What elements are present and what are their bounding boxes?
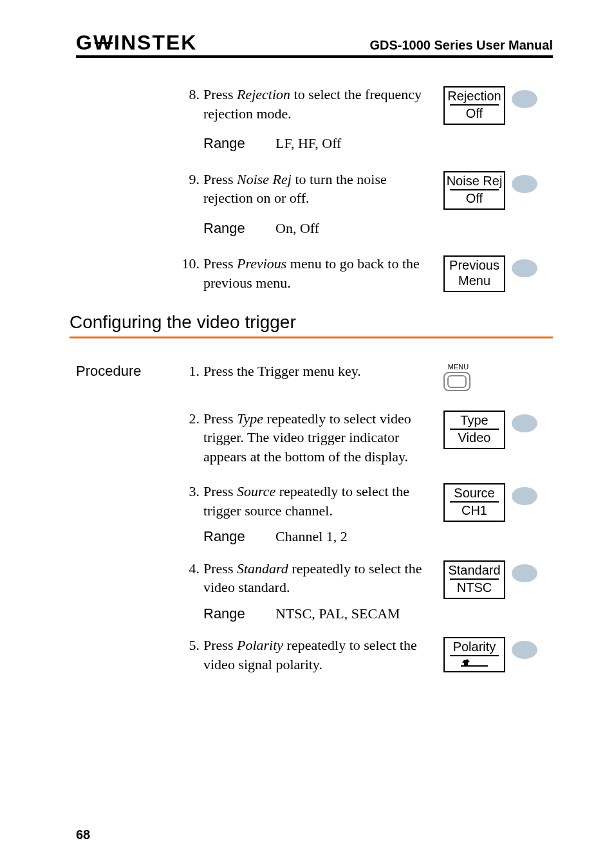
proc-2-number: 2. xyxy=(179,409,203,466)
proc-step-3: 3. Press Source repeatedly to select the… xyxy=(76,482,553,522)
softkey-previous-line2: Menu xyxy=(445,273,504,288)
button-dot-icon xyxy=(512,641,537,659)
softkey-polarity-icon xyxy=(450,655,499,669)
range-value: NTSC, PAL, SECAM xyxy=(275,604,400,623)
softkey-standard-line2: NTSC xyxy=(450,578,499,595)
proc-1-number: 1. xyxy=(179,362,203,381)
softkey-noise-rej[interactable]: Noise Rej Off xyxy=(443,171,505,210)
softkey-type-line1: Type xyxy=(445,413,504,429)
step-10-text: Press Previous menu to go back to the pr… xyxy=(203,254,443,292)
proc-step-4: 4. Press Standard repeatedly to select t… xyxy=(76,559,553,599)
step-10-number: 10. xyxy=(179,254,203,292)
proc-step-3-range: Range Channel 1, 2 xyxy=(76,524,553,557)
button-dot-icon xyxy=(512,259,537,277)
section-title: Configuring the video trigger xyxy=(70,312,553,333)
button-dot-icon xyxy=(512,564,537,582)
step-8-body: 8. Press Rejection to select the frequen… xyxy=(179,85,443,123)
proc-4-text: Press Standard repeatedly to select the … xyxy=(203,559,443,597)
range-label: Range xyxy=(203,527,275,546)
procedure-label: Procedure xyxy=(76,362,179,380)
step-8-text: Press Rejection to select the frequency … xyxy=(203,85,443,123)
step-9-text: Press Noise Rej to turn the noise reject… xyxy=(203,170,443,208)
range-label: Range xyxy=(203,134,275,153)
left-label xyxy=(76,85,179,86)
button-dot-icon xyxy=(512,487,537,505)
proc-5-number: 5. xyxy=(179,636,203,674)
page-number: 68 xyxy=(76,827,90,842)
softkey-rejection[interactable]: Rejection Off xyxy=(443,86,505,125)
softkey-type-line2: Video xyxy=(450,429,499,445)
softkey-noise-rej-line2: Off xyxy=(450,189,499,206)
softkey-previous-line1: Previous xyxy=(445,258,504,273)
softkey-rejection-line1: Rejection xyxy=(445,89,504,104)
page-header: GWINSTEK GDS-1000 Series User Manual xyxy=(76,32,553,58)
brand-logo: GWINSTEK xyxy=(76,32,197,53)
softkey-standard-line1: Standard xyxy=(445,563,504,578)
brand-rest: INSTEK xyxy=(114,31,197,54)
softkey-previous-menu[interactable]: Previous Menu xyxy=(443,255,505,292)
step-9-range: Range On, Off xyxy=(76,212,553,252)
brand-u: W xyxy=(93,32,114,53)
menu-key-label: MENU xyxy=(443,363,473,371)
step-8-range: Range LF, HF, Off xyxy=(76,127,553,167)
range-value: LF, HF, Off xyxy=(275,134,341,153)
button-dot-icon xyxy=(512,175,537,193)
proc-3-text: Press Source repeatedly to select the tr… xyxy=(203,482,443,520)
step-8: 8. Press Rejection to select the frequen… xyxy=(76,85,553,125)
softkey-source-line1: Source xyxy=(445,486,504,501)
softkey-rejection-line2: Off xyxy=(450,104,499,121)
softkey-noise-rej-line1: Noise Rej xyxy=(445,174,504,189)
softkey-standard[interactable]: Standard NTSC xyxy=(443,560,505,599)
proc-3-number: 3. xyxy=(179,482,203,520)
proc-4-number: 4. xyxy=(179,559,203,597)
softkey-source-line2: CH1 xyxy=(450,501,499,518)
range-label: Range xyxy=(203,604,275,623)
step-9: 9. Press Noise Rej to turn the noise rej… xyxy=(76,170,553,210)
button-dot-icon xyxy=(512,414,537,432)
section-rule xyxy=(70,337,553,338)
softkey-polarity[interactable]: Polarity xyxy=(443,637,505,672)
button-dot-icon xyxy=(512,90,537,108)
step-9-number: 9. xyxy=(179,170,203,208)
softkey-type[interactable]: Type Video xyxy=(443,411,505,449)
document-title: GDS-1000 Series User Manual xyxy=(369,38,553,53)
proc-step-4-range: Range NTSC, PAL, SECAM xyxy=(76,602,553,634)
proc-5-text: Press Polarity repeatedly to select the … xyxy=(203,636,443,674)
brand-g: G xyxy=(76,31,93,54)
range-value: Channel 1, 2 xyxy=(275,527,348,546)
range-label: Range xyxy=(203,219,275,238)
proc-step-1: Procedure 1. Press the Trigger menu key.… xyxy=(76,362,553,391)
proc-step-2: 2. Press Type repeatedly to select video… xyxy=(76,409,553,466)
proc-1-text: Press the Trigger menu key. xyxy=(203,362,443,381)
menu-key-icon[interactable]: MENU xyxy=(443,363,473,391)
proc-step-5: 5. Press Polarity repeatedly to select t… xyxy=(76,636,553,674)
step-8-number: 8. xyxy=(179,85,203,123)
proc-2-text: Press Type repeatedly to select video tr… xyxy=(203,409,443,466)
softkey-polarity-line1: Polarity xyxy=(445,640,504,655)
step-10: 10. Press Previous menu to go back to th… xyxy=(76,254,553,292)
softkey-source[interactable]: Source CH1 xyxy=(443,483,505,522)
range-value: On, Off xyxy=(275,219,319,238)
